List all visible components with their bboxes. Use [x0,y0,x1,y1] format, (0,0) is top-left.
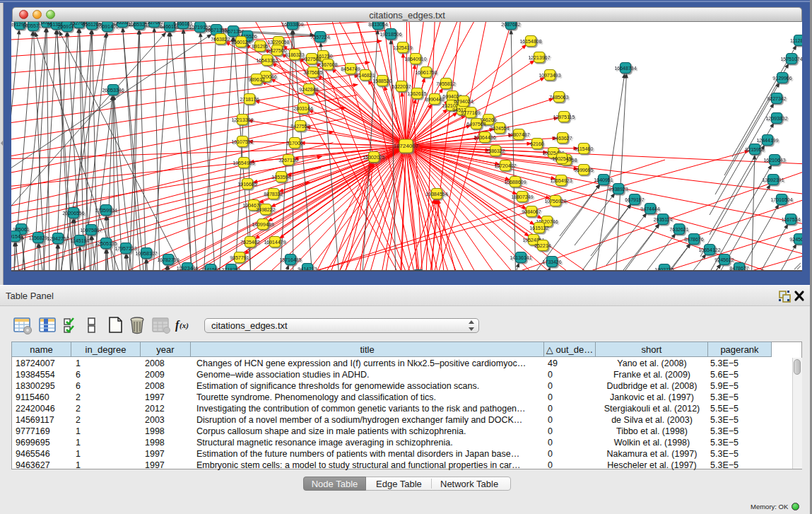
svg-text:8478676: 8478676 [684,237,703,242]
svg-text:2803144: 2803144 [293,106,312,111]
svg-text:12213369: 12213369 [231,117,253,122]
svg-text:12975115: 12975115 [553,115,575,119]
svg-text:10654122: 10654122 [698,247,720,252]
svg-text:2718176: 2718176 [240,97,259,102]
svg-text:7625402: 7625402 [240,240,259,245]
svg-text:391541: 391541 [11,234,23,239]
svg-text:16671356: 16671356 [222,29,244,34]
svg-text:10807487: 10807487 [507,132,529,137]
svg-text:8427552: 8427552 [290,124,310,129]
svg-text:6794024: 6794024 [454,99,473,104]
svg-text:9084067: 9084067 [522,209,541,214]
svg-text:8813054: 8813054 [368,22,387,27]
svg-text:18724007: 18724007 [394,143,419,149]
svg-text:1112893: 1112893 [790,38,802,43]
svg-text:18640910: 18640910 [404,57,426,62]
svg-text:19654985: 19654985 [233,160,254,165]
svg-text:14136141: 14136141 [510,255,531,260]
svg-text:1002545: 1002545 [552,156,571,161]
svg-text:10688609: 10688609 [504,180,526,185]
svg-text:1362615: 1362615 [407,91,426,96]
svg-text:7632621: 7632621 [669,227,688,232]
svg-text:6679197: 6679197 [625,197,644,202]
svg-text:16961758: 16961758 [415,70,437,75]
svg-text:2087682: 2087682 [501,22,520,27]
svg-text:1588520: 1588520 [372,78,392,83]
svg-text:12444199: 12444199 [756,138,778,143]
svg-text:17016504: 17016504 [770,197,792,202]
svg-text:16107552: 16107552 [231,139,253,144]
svg-text:8454749: 8454749 [341,66,360,71]
svg-text:16782759: 16782759 [157,257,179,262]
svg-text:18807249: 18807249 [511,194,533,199]
svg-text:20206556: 20206556 [62,211,84,216]
svg-text:9777169: 9777169 [461,110,480,115]
svg-text:20691406: 20691406 [96,24,118,29]
svg-text:7663822: 7663822 [211,37,230,42]
svg-text:1145194: 1145194 [71,238,90,243]
svg-text:12213967: 12213967 [528,55,550,60]
svg-text:19384554: 19384554 [425,192,447,197]
svg-text:2367608: 2367608 [318,62,337,67]
svg-text:8990448: 8990448 [425,97,444,102]
svg-text:6497568: 6497568 [466,122,486,127]
svg-text:9474444: 9474444 [640,206,659,211]
svg-text:15302025: 15302025 [363,155,384,160]
svg-text:16648784: 16648784 [614,66,636,71]
svg-text:1916685: 1916685 [237,182,257,187]
svg-text:9327508: 9327508 [302,57,321,62]
svg-text:3875685: 3875685 [303,70,322,75]
svg-text:12093832: 12093832 [765,116,787,121]
svg-text:26053346: 26053346 [102,88,124,93]
svg-text:317006: 317006 [286,141,302,146]
svg-text:7955812: 7955812 [436,81,455,86]
svg-text:1733426: 1733426 [542,259,561,264]
svg-text:3498222: 3498222 [256,207,275,212]
svg-text:9699695: 9699695 [574,168,593,173]
svg-text:13226058: 13226058 [267,40,289,45]
svg-text:15716485: 15716485 [279,257,301,262]
svg-text:9245612: 9245612 [714,257,734,262]
svg-text:16543362: 16543362 [256,58,278,63]
svg-text:20364436: 20364436 [473,135,495,140]
svg-text:9129966: 9129966 [772,76,792,81]
svg-text:1353594: 1353594 [271,175,290,180]
svg-text:16033809: 16033809 [281,22,303,27]
svg-text:9146821: 9146821 [355,73,375,78]
svg-text:1640951: 1640951 [594,177,613,182]
svg-text:3267130: 3267130 [278,158,298,163]
svg-text:7357224: 7357224 [310,35,329,40]
svg-text:10756928: 10756928 [544,199,566,204]
svg-text:(x): (x) [180,321,189,330]
svg-text:17957223: 17957223 [114,246,136,251]
svg-text:9227342: 9227342 [767,96,786,101]
svg-text:16914479: 16914479 [264,240,286,245]
svg-text:9857791: 9857791 [230,255,249,260]
svg-text:9463627: 9463627 [553,136,572,141]
svg-text:8660124: 8660124 [231,40,250,45]
svg-text:9245613: 9245613 [789,237,802,242]
svg-text:10975867: 10975867 [80,228,102,233]
svg-text:9242848: 9242848 [299,87,318,92]
svg-text:989613: 989613 [248,77,264,82]
svg-text:5322037: 5322037 [392,84,411,89]
svg-text:8215958: 8215958 [745,147,764,152]
svg-text:15720407: 15720407 [494,163,516,168]
svg-text:17359934: 17359934 [95,208,117,213]
svg-text:1325419: 1325419 [393,45,412,50]
svg-text:7386322: 7386322 [486,148,505,153]
svg-text:9827500: 9827500 [267,48,286,53]
svg-text:10958107: 10958107 [135,251,157,256]
svg-text:62160: 62160 [530,141,544,146]
svg-text:12505135: 12505135 [95,241,117,246]
svg-text:8938923: 8938923 [608,187,628,192]
svg-text:8878332: 8878332 [264,192,283,197]
svg-text:12942757: 12942757 [47,236,69,241]
svg-text:2935114: 2935114 [654,217,673,222]
svg-text:1167534: 1167534 [782,217,801,222]
svg-text:7485063: 7485063 [549,95,568,100]
svg-text:14099489: 14099489 [252,222,273,227]
svg-text:252214: 252214 [534,243,551,248]
svg-text:3624554: 3624554 [490,126,509,131]
svg-text:1615132: 1615132 [529,226,548,230]
